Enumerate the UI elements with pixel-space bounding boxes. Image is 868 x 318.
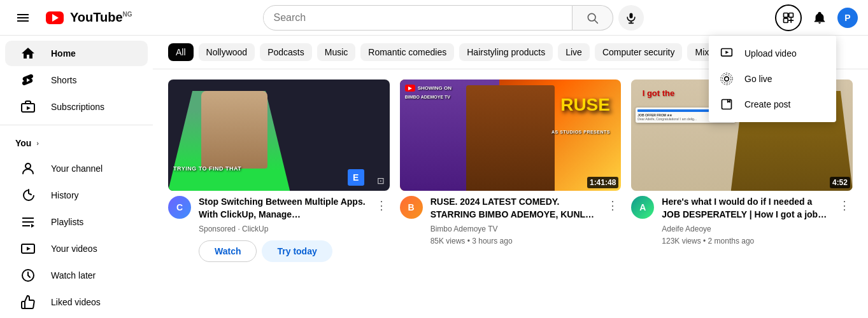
video-title-1: Stop Switching Between Multiple Apps. Wi… — [199, 196, 366, 221]
create-post-item[interactable]: Create post — [709, 92, 836, 117]
thumb-overlay-1: TRYING TO FIND THAT — [173, 165, 241, 172]
video-stats-3: 123K views • 2 months ago — [662, 235, 829, 247]
search-area — [163, 5, 743, 31]
create-post-label: Create post — [744, 99, 790, 109]
country-code: NG — [123, 11, 132, 18]
liked-videos-icon — [20, 294, 36, 310]
subscriptions-icon — [20, 99, 36, 114]
video-info-1: C Stop Switching Between Multiple Apps. … — [168, 191, 390, 267]
external-link-icon: ⊡ — [377, 176, 385, 186]
create-button[interactable] — [778, 8, 799, 28]
header-left: YouTubeNG — [10, 5, 163, 31]
video-thumb-2: RUSE AS STUDIOS PRESENTS 1:41:48 SHOWING… — [400, 80, 622, 191]
more-options-3[interactable]: ⋮ — [836, 196, 853, 248]
notifications-button[interactable] — [807, 5, 832, 31]
video-details-2: RUSE. 2024 LATEST COMEDY. STARRING BIMBO… — [430, 196, 597, 248]
filter-all[interactable]: All — [168, 43, 194, 61]
sidebar-item-playlists[interactable]: Playlists — [5, 209, 148, 235]
bell-icon — [813, 11, 827, 25]
channel-avatar-3: A — [631, 196, 654, 219]
svg-rect-0 — [17, 14, 29, 15]
video-card-2[interactable]: RUSE AS STUDIOS PRESENTS 1:41:48 SHOWING… — [400, 80, 622, 267]
svg-line-4 — [595, 20, 598, 23]
filter-podcasts[interactable]: Podcasts — [260, 43, 312, 61]
brand-name: YouTubeNG — [70, 10, 132, 25]
svg-point-13 — [725, 77, 729, 81]
chevron-right-icon: › — [36, 140, 38, 147]
menu-button[interactable] — [10, 5, 36, 31]
sidebar-item-your-videos[interactable]: Your videos — [5, 236, 148, 261]
go-live-item[interactable]: Go live — [709, 66, 836, 92]
video-title-2: RUSE. 2024 LATEST COMEDY. STARRING BIMBO… — [430, 196, 597, 221]
search-container — [263, 5, 613, 31]
svg-marker-24 — [31, 224, 34, 228]
mic-icon — [625, 11, 637, 24]
your-videos-label: Your videos — [51, 244, 97, 254]
search-input[interactable] — [264, 12, 572, 24]
video-channel-3: Adeife Adeoye — [662, 223, 829, 235]
sidebar: Home Shorts Subscriptions — [0, 36, 153, 318]
sidebar-item-history[interactable]: History — [5, 183, 148, 208]
app-header: YouTubeNG — [0, 0, 868, 36]
sidebar-item-home[interactable]: Home — [5, 41, 148, 66]
sidebar-item-watch-later[interactable]: Watch later — [5, 263, 148, 288]
e-icon: E — [348, 169, 364, 186]
history-label: History — [51, 190, 79, 200]
hamburger-icon — [15, 10, 31, 25]
sidebar-you[interactable]: You › — [0, 130, 153, 156]
filter-music[interactable]: Music — [317, 43, 356, 61]
search-icon — [586, 11, 599, 24]
sidebar-divider-1 — [0, 125, 153, 125]
you-label: You — [15, 138, 31, 148]
video-details-1: Stop Switching Between Multiple Apps. Wi… — [199, 196, 366, 262]
filter-romantic-comedies[interactable]: Romantic comedies — [360, 43, 454, 61]
channel-avatar-2: B — [400, 196, 423, 219]
svg-point-20 — [25, 163, 31, 169]
header-right: P — [743, 4, 858, 31]
svg-marker-26 — [27, 247, 31, 251]
home-label: Home — [51, 48, 76, 59]
got-the-overlay: I got the — [643, 88, 675, 99]
filter-computer-security[interactable]: Computer security — [595, 43, 683, 61]
shorts-icon — [20, 73, 36, 88]
duration-badge-3: 4:52 — [830, 177, 850, 188]
mic-button[interactable] — [618, 5, 644, 31]
search-button[interactable] — [573, 5, 613, 31]
video-stats-2: 85K views • 3 hours ago — [430, 235, 597, 247]
video-actions-1: Watch Try today — [199, 240, 366, 262]
upload-video-item[interactable]: Upload video — [709, 41, 836, 66]
video-channel-2: Bimbo Ademoye TV — [430, 223, 597, 235]
subscriptions-label: Subscriptions — [51, 102, 104, 112]
video-thumb-1: TRYING TO FIND THAT E ⊡ — [168, 80, 390, 191]
go-live-label: Go live — [744, 74, 772, 84]
video-card-1[interactable]: TRYING TO FIND THAT E ⊡ C Stop Switching… — [168, 80, 390, 267]
create-button-circle[interactable] — [775, 4, 802, 31]
upload-video-label: Upload video — [744, 48, 797, 59]
filter-nollywood[interactable]: Nollywood — [199, 43, 255, 61]
svg-rect-1 — [17, 17, 29, 18]
ruse-title: RUSE — [560, 96, 610, 114]
video-info-3: A Here's what I would do if I needed a J… — [631, 191, 853, 253]
svg-rect-10 — [784, 18, 788, 22]
video-info-2: B RUSE. 2024 LATEST COMEDY. STARRING BIM… — [400, 191, 622, 253]
try-today-button-1[interactable]: Try today — [262, 240, 332, 262]
watch-later-label: Watch later — [51, 270, 96, 280]
filter-hairstyling[interactable]: Hairstyling products — [459, 43, 553, 61]
more-options-2[interactable]: ⋮ — [604, 196, 621, 248]
avatar[interactable]: P — [837, 8, 858, 28]
youtube-logo[interactable]: YouTubeNG — [46, 10, 132, 25]
watch-button-1[interactable]: Watch — [199, 240, 257, 262]
filter-live[interactable]: Live — [558, 43, 590, 61]
search-bar — [263, 5, 573, 31]
svg-point-14 — [722, 74, 730, 83]
sidebar-item-liked-videos[interactable]: Liked videos — [5, 289, 148, 315]
history-icon — [20, 188, 36, 203]
svg-marker-19 — [27, 106, 31, 110]
sidebar-item-your-channel[interactable]: Your channel — [5, 156, 148, 181]
shorts-label: Shorts — [51, 75, 76, 85]
sidebar-item-shorts[interactable]: Shorts — [5, 67, 148, 93]
video-details-3: Here's what I would do if I needed a JOB… — [662, 196, 829, 248]
more-options-1[interactable]: ⋮ — [373, 196, 390, 262]
watch-later-icon — [20, 268, 36, 283]
sidebar-item-subscriptions[interactable]: Subscriptions — [5, 94, 148, 120]
